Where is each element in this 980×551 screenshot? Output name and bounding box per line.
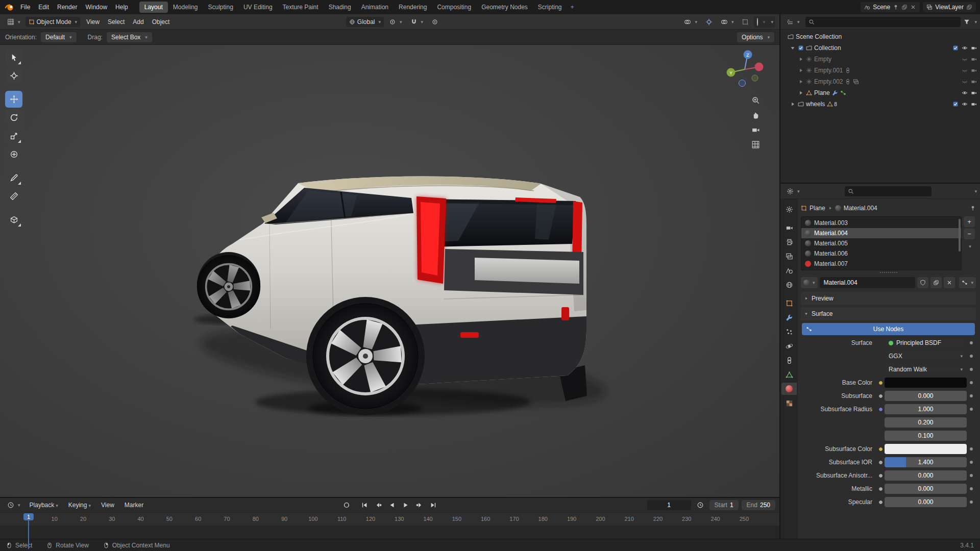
distribution-dropdown[interactable]: GGX▾	[885, 351, 967, 361]
tab-scene[interactable]	[781, 264, 797, 277]
material-slot[interactable]: Material.007	[801, 259, 961, 269]
add-cube-tool[interactable]	[5, 211, 22, 228]
render-camera-icon[interactable]	[971, 67, 977, 73]
use-preview-range-button[interactable]	[694, 499, 706, 511]
outliner-row-collection[interactable]: Collection	[780, 42, 980, 54]
render-camera-icon[interactable]	[971, 56, 977, 62]
properties-search-input[interactable]	[856, 188, 936, 195]
visibility-dropdown[interactable]: ▾	[681, 17, 700, 27]
topbar-menu-item[interactable]: Edit	[34, 2, 53, 12]
jump-to-start-button[interactable]	[358, 499, 371, 511]
scale-tool[interactable]	[5, 128, 22, 144]
axis-negz-ball[interactable]	[739, 80, 746, 87]
hide-eye-closed-icon[interactable]	[962, 79, 968, 85]
properties-search[interactable]	[845, 186, 932, 196]
outliner-row-empty-002[interactable]: Empty.002	[780, 76, 980, 87]
playhead[interactable]: 1	[23, 513, 34, 549]
hide-eye-icon[interactable]	[962, 90, 968, 96]
tab-modifiers[interactable]	[781, 311, 797, 323]
topbar-menu-item[interactable]: File	[16, 2, 34, 12]
new-viewlayer-icon[interactable]	[966, 4, 972, 10]
hide-eye-icon[interactable]	[962, 45, 968, 51]
tab-object-data[interactable]	[781, 368, 797, 381]
tab-texture[interactable]	[781, 397, 797, 409]
animate-dot[interactable]	[970, 500, 973, 504]
pin-icon[interactable]	[970, 205, 976, 211]
workspace-tab[interactable]: Shading	[324, 2, 356, 13]
shading-solid-button[interactable]	[760, 21, 762, 23]
use-nodes-button[interactable]: Use Nodes	[802, 323, 975, 335]
subsurface-ior-slider[interactable]: 1.400	[885, 457, 967, 467]
outliner-row-empty-001[interactable]: Empty.001	[780, 65, 980, 76]
expand-icon[interactable]	[798, 67, 804, 73]
current-frame-field[interactable]: 1	[647, 500, 691, 510]
shading-wireframe-button[interactable]	[756, 17, 759, 27]
render-camera-icon[interactable]	[971, 101, 977, 107]
orientation-setting-dropdown[interactable]: Default▾	[41, 32, 77, 42]
workspace-tab[interactable]: Texture Paint	[278, 2, 324, 13]
browse-material-button[interactable]: ▾	[801, 277, 818, 288]
start-frame-field[interactable]: Start1	[709, 500, 739, 510]
workspace-tab[interactable]: Geometry Nodes	[476, 2, 533, 13]
unlink-material-button[interactable]	[944, 277, 955, 288]
breadcrumb-object[interactable]: Plane	[810, 205, 825, 212]
previous-keyframe-button[interactable]	[372, 499, 384, 511]
timeline-track-area[interactable]	[0, 525, 779, 539]
hide-eye-icon[interactable]	[962, 101, 968, 107]
viewport-menu-item[interactable]: Object	[148, 16, 174, 28]
topbar-menu-item[interactable]: Help	[111, 2, 132, 12]
auto-keying-button[interactable]	[340, 499, 353, 511]
subsurface-radius-x-slider[interactable]: 1.000	[885, 404, 967, 414]
animate-dot[interactable]	[970, 368, 973, 371]
tab-particles[interactable]	[781, 325, 797, 338]
render-camera-icon[interactable]	[971, 79, 977, 85]
material-slot[interactable]: Material.006	[801, 248, 961, 259]
workspace-tab[interactable]: Scripting	[533, 2, 567, 13]
drag-setting-dropdown[interactable]: Select Box▾	[107, 32, 152, 42]
workspace-tab[interactable]: Rendering	[394, 2, 432, 13]
remove-slot-button[interactable]: −	[964, 229, 975, 239]
hide-eye-closed-icon[interactable]	[962, 56, 968, 62]
properties-options-dropdown[interactable]: ▾	[974, 189, 977, 194]
options-button[interactable]: Options▾	[737, 32, 774, 42]
viewport-menu-item[interactable]: View	[82, 16, 104, 28]
animate-dot[interactable]	[970, 461, 973, 464]
collection-checkbox[interactable]	[952, 101, 959, 107]
navigation-gizmo[interactable]: Z Y	[724, 49, 765, 91]
properties-editor-type-button[interactable]: ▾	[783, 186, 803, 196]
jump-to-end-button[interactable]	[427, 499, 439, 511]
transform-tool[interactable]	[5, 146, 22, 163]
new-scene-icon[interactable]	[901, 4, 908, 10]
viewlayer-selector[interactable]: ViewLayer	[923, 2, 976, 12]
breadcrumb-material[interactable]: Material.004	[844, 205, 877, 212]
subsurface-radius-y-slider[interactable]: 0.200	[885, 417, 967, 428]
tab-constraints[interactable]	[781, 354, 797, 366]
tab-material[interactable]	[781, 383, 797, 395]
shading-dropdown[interactable]: ▾	[771, 19, 773, 24]
tab-tool[interactable]	[781, 203, 797, 215]
hide-eye-closed-icon[interactable]	[962, 67, 968, 73]
expand-icon[interactable]	[790, 45, 796, 51]
viewport-menu-item[interactable]: Select	[104, 16, 129, 28]
play-reverse-button[interactable]	[386, 499, 398, 511]
camera-view-icon[interactable]	[751, 126, 760, 134]
zoom-icon[interactable]	[751, 96, 760, 105]
animate-dot[interactable]	[970, 487, 973, 490]
workspace-tab[interactable]: Compositing	[432, 2, 476, 13]
shading-rendered-button[interactable]	[766, 21, 768, 23]
specular-slider[interactable]: 0.000	[885, 497, 967, 507]
timeline-editor-type-button[interactable]: ▾	[4, 500, 23, 510]
next-keyframe-button[interactable]	[413, 499, 426, 511]
move-tool[interactable]	[5, 91, 22, 108]
panel-surface[interactable]: Surface	[801, 307, 976, 320]
topbar-menu-item[interactable]: Render	[53, 2, 81, 12]
material-slot-selected[interactable]: Material.004	[801, 228, 961, 238]
outliner-search-input[interactable]	[817, 18, 958, 26]
snap-toggle[interactable]: ▾	[407, 17, 427, 27]
expand-icon[interactable]	[798, 56, 804, 62]
material-name-field[interactable]: Material.004	[820, 277, 916, 288]
add-workspace-button[interactable]: +	[567, 2, 578, 13]
rotate-tool[interactable]	[5, 109, 22, 126]
expand-icon[interactable]	[790, 101, 796, 107]
outliner-row-plane[interactable]: Plane	[780, 87, 980, 98]
